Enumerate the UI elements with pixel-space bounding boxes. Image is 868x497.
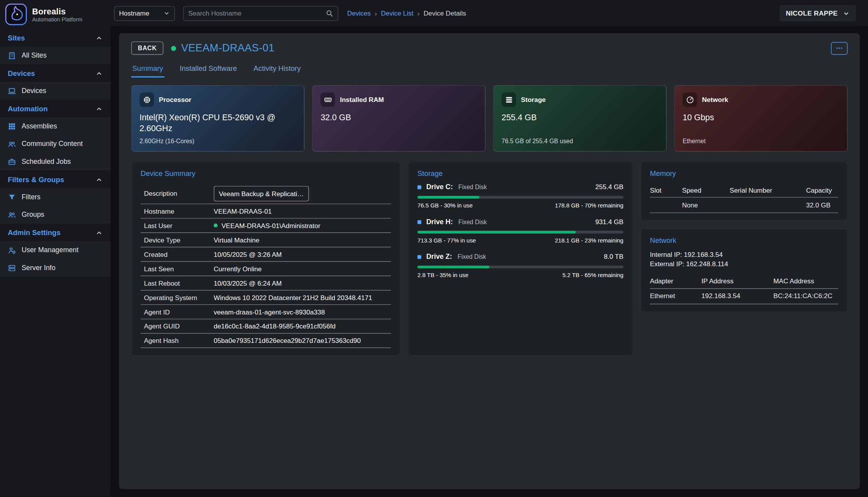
drive-remaining-text: 218.1 GB - 23% remaining xyxy=(555,237,623,243)
storage-footer: 76.5 GB of 255.4 GB used xyxy=(502,138,658,144)
sidebar-item-filters[interactable]: Filters xyxy=(0,188,111,205)
breadcrumb-devices-link[interactable]: Devices xyxy=(347,9,371,17)
stat-cards: Processor Intel(R) Xeon(R) CPU E5-2690 v… xyxy=(131,85,848,152)
chevron-up-icon xyxy=(95,176,103,183)
sidebar-section-devices[interactable]: Devices xyxy=(0,64,111,82)
breadcrumb-device-list-link[interactable]: Device List xyxy=(381,9,413,17)
sidebar-item-label: Assemblies xyxy=(21,122,57,130)
drive-usage-fill xyxy=(417,196,479,198)
tab-activity-history[interactable]: Activity History xyxy=(252,62,302,77)
sidebar-item-user-management[interactable]: User Management xyxy=(0,241,111,259)
description-input[interactable] xyxy=(214,186,309,201)
ellipsis-icon xyxy=(835,44,843,52)
device-summary-panel: Device Summary Description Hostname VEEA… xyxy=(131,162,400,356)
cell-adapter: Ethernet xyxy=(650,292,701,300)
col-speed: Speed xyxy=(682,186,730,194)
sidebar-item-label: Filters xyxy=(21,193,40,201)
borealis-logo-icon xyxy=(5,4,27,26)
hostname-filter-select[interactable]: Hostname xyxy=(114,6,175,21)
more-actions-button[interactable] xyxy=(831,42,848,54)
row-value: de16c0c1-8aa2-4d18-9585-9ce91cf056fd xyxy=(214,322,391,330)
row-label: Last Seen xyxy=(141,265,214,272)
sidebar-section-label: Automation xyxy=(8,105,48,113)
search-icon[interactable] xyxy=(326,9,333,17)
cell-ip-address: 192.168.3.54 xyxy=(701,292,773,300)
cell-capacity: 32.0 GB xyxy=(806,201,838,209)
drive-c: Drive C: Fixed Disk 255.4 GB 76.5 GB - 3… xyxy=(417,183,623,209)
grid-icon xyxy=(8,122,16,130)
summary-row-agent-hash: Agent Hash 05ba0e7935171d626ecea29b27d7a… xyxy=(141,334,391,348)
sidebar-section-label: Filters & Groups xyxy=(8,176,64,184)
row-label: Last User xyxy=(141,221,214,229)
row-label: Description xyxy=(141,190,214,197)
search-input[interactable] xyxy=(188,9,326,17)
drive-size: 255.4 GB xyxy=(595,183,623,191)
sidebar-item-label: User Management xyxy=(21,246,78,254)
network-gauge-icon xyxy=(683,92,697,107)
sidebar-item-label: Community Content xyxy=(21,140,83,148)
sidebar-section-sites[interactable]: Sites xyxy=(0,29,111,46)
network-panel-title: Network xyxy=(650,236,838,244)
sidebar: Borealis Automation Platform Sites All S… xyxy=(0,0,111,497)
online-status-dot xyxy=(171,46,176,51)
row-label: Agent Hash xyxy=(141,337,214,344)
summary-row-last-user: Last User VEEAM-DRAAS-01\Administrator xyxy=(141,219,391,233)
drive-size: 931.4 GB xyxy=(595,218,623,226)
row-value: VEEAM-DRAAS-01 xyxy=(214,207,391,215)
tab-installed-software[interactable]: Installed Software xyxy=(179,62,238,77)
internal-ip: Internal IP: 192.168.3.54 xyxy=(650,250,838,260)
summary-row-created: Created 10/05/2025 @ 3:26 AM xyxy=(141,247,391,262)
processor-footer: 2.60GHz (16-Cores) xyxy=(139,138,296,144)
col-ip-address: IP Address xyxy=(701,277,773,285)
ram-value: 32.0 GB xyxy=(320,112,477,123)
sidebar-item-assemblies[interactable]: Assemblies xyxy=(0,117,111,135)
summary-row-last-reboot: Last Reboot 10/03/2025 @ 6:24 AM xyxy=(141,276,391,290)
row-value: Virtual Machine xyxy=(214,236,391,244)
cpu-icon xyxy=(139,92,154,107)
sidebar-item-community-content[interactable]: Community Content xyxy=(0,135,111,153)
sidebar-section-admin-settings[interactable]: Admin Settings xyxy=(0,223,111,241)
sidebar-item-scheduled-jobs[interactable]: Scheduled Jobs xyxy=(0,153,111,170)
hostname-filter-label: Hostname xyxy=(119,9,150,17)
network-card: Network 10 Gbps Ethernet xyxy=(674,85,848,152)
sidebar-section-automation-items: Assemblies Community Content Scheduled J… xyxy=(0,117,111,170)
sidebar-item-devices[interactable]: Devices xyxy=(0,82,111,99)
col-slot: Slot xyxy=(650,186,682,194)
col-capacity: Capacity xyxy=(806,186,838,194)
sidebar-item-server-info[interactable]: Server Info xyxy=(0,259,111,276)
brand: Borealis Automation Platform xyxy=(0,0,111,29)
ram-card: Installed RAM 32.0 GB xyxy=(312,85,486,152)
drive-type: Fixed Disk xyxy=(458,184,487,190)
people-icon xyxy=(8,140,16,148)
summary-row-device-type: Device Type Virtual Machine xyxy=(141,233,391,248)
row-value: 10/05/2025 @ 3:26 AM xyxy=(214,250,391,258)
network-table-header: Adapter IP Address MAC Address xyxy=(650,274,838,289)
briefcase-icon xyxy=(8,157,16,165)
back-button[interactable]: BACK xyxy=(131,42,164,55)
tab-summary[interactable]: Summary xyxy=(131,62,164,77)
summary-row-hostname: Hostname VEEAM-DRAAS-01 xyxy=(141,204,391,219)
row-value: 10/03/2025 @ 6:24 AM xyxy=(214,279,391,287)
summary-row-operating-system: Operating System Windows 10 2022 Datacen… xyxy=(141,290,391,305)
user-menu-button[interactable]: NICOLE RAPPE xyxy=(780,5,856,22)
people-icon xyxy=(8,211,16,219)
sidebar-section-filters-groups-items: Filters Groups xyxy=(0,188,111,223)
storage-panel-title: Storage xyxy=(417,169,623,177)
drive-h: Drive H: Fixed Disk 931.4 GB 713.3 GB - … xyxy=(417,218,623,243)
main-area: Hostname Devices › Device List › Device … xyxy=(111,0,868,497)
drive-name: Drive Z: xyxy=(426,253,452,261)
col-serial-number: Serial Number xyxy=(730,186,806,194)
sidebar-item-all-sites[interactable]: All Sites xyxy=(0,46,111,64)
row-label: Last Reboot xyxy=(141,279,214,287)
sidebar-item-groups[interactable]: Groups xyxy=(0,206,111,223)
chevron-up-icon xyxy=(95,229,103,237)
brand-subtitle: Automation Platform xyxy=(32,16,82,23)
sidebar-section-automation[interactable]: Automation xyxy=(0,100,111,117)
storage-panel: Storage Drive C: Fixed Disk 255.4 GB xyxy=(408,162,633,356)
topbar: Hostname Devices › Device List › Device … xyxy=(111,0,868,26)
server-icon xyxy=(8,263,16,272)
summary-row-description: Description xyxy=(141,183,391,204)
drive-bullet-icon xyxy=(417,185,421,189)
sidebar-section-filters-groups[interactable]: Filters & Groups xyxy=(0,170,111,188)
chevron-up-icon xyxy=(95,69,103,77)
